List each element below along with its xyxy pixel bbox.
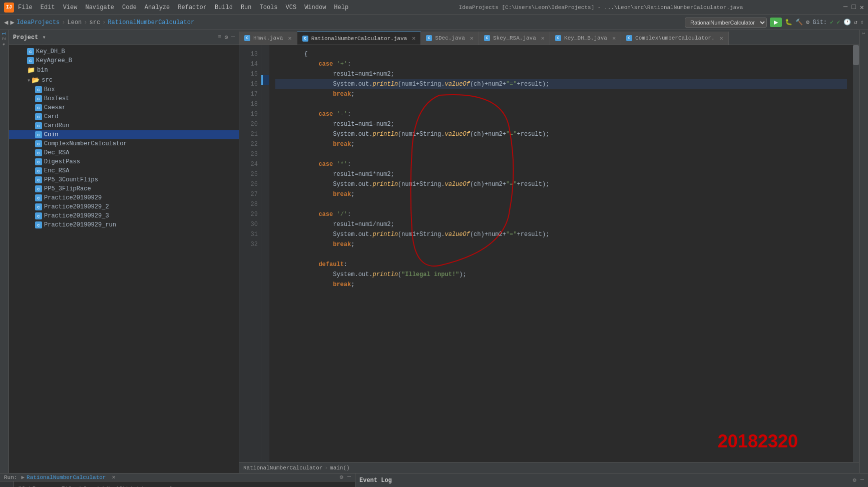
breadcrumb-class[interactable]: RationalNumberCalculator xyxy=(108,19,194,26)
code-line-28 xyxy=(275,199,847,209)
collapse-all-icon[interactable]: ≡ xyxy=(218,34,221,41)
run-play-button[interactable]: ▶ xyxy=(2,483,12,487)
git-push[interactable]: ⇧ xyxy=(860,19,864,26)
tab-skey-rsa[interactable]: C Skey_RSA.java ✕ xyxy=(479,32,550,45)
event-log-minimize-icon[interactable]: — xyxy=(860,476,864,484)
menu-edit[interactable]: Edit xyxy=(41,4,55,11)
tree-item-complexnumbercalculator[interactable]: C ComplexNumberCalculator xyxy=(9,139,239,148)
back-button[interactable]: ◀ xyxy=(4,18,8,27)
git-undo[interactable]: ↺ xyxy=(854,19,857,26)
tree-item-label: Card xyxy=(44,113,59,120)
tab-close-icon[interactable]: ✕ xyxy=(470,35,474,42)
debug-button[interactable]: 🐛 xyxy=(785,19,792,26)
tab-close-icon[interactable]: ✕ xyxy=(612,35,616,42)
tree-item-bin[interactable]: 📁 bin xyxy=(9,65,239,75)
git-check-1[interactable]: ✓ xyxy=(830,19,833,26)
tree-item-practice20190929-run[interactable]: C Practice20190929_run xyxy=(9,220,239,229)
tree-item-pp5-3fliprace[interactable]: C PP5_3FlipRace xyxy=(9,184,239,193)
breadcrumb-src[interactable]: src xyxy=(90,19,101,26)
close-run-icon[interactable]: ✕ xyxy=(112,473,115,481)
code-content[interactable]: { case '+': result=num1+num2; System.out… xyxy=(269,45,853,462)
tree-item-practice20190929[interactable]: C Practice20190929 xyxy=(9,193,239,202)
run-button[interactable]: ▶ xyxy=(770,18,782,27)
run-panel-controls: ▶ ⬛ ↻ ↓ 📷 ≡ 🖨 🗑 📌 xyxy=(0,481,14,487)
tree-item-cardrun[interactable]: C CardRun xyxy=(9,121,239,130)
git-check-2[interactable]: ✓ xyxy=(836,19,840,26)
favorites-icon[interactable]: ★ xyxy=(2,42,7,48)
tree-item-enc-rsa[interactable]: C Enc_RSA xyxy=(9,166,239,175)
code-line-35: System.out.println("Illegal input!"); xyxy=(275,270,847,280)
tree-item-boxtest[interactable]: C BoxTest xyxy=(9,94,239,103)
menu-navigate[interactable]: Navigate xyxy=(85,4,114,11)
breadcrumb-project[interactable]: IdeaProjects xyxy=(17,19,60,26)
tab-label: Key_DH_B.java xyxy=(564,35,607,41)
tree-item-label: Practice20190929_3 xyxy=(44,212,109,219)
minimize-panel-icon[interactable]: — xyxy=(231,34,235,41)
structure-icon[interactable]: 2 xyxy=(2,37,7,40)
tree-item-label: Practice20190929 xyxy=(44,194,102,201)
build-button[interactable]: 🔨 xyxy=(795,19,803,26)
run-config-select[interactable]: RationalNumberCalculator xyxy=(685,18,767,28)
tree-item-card[interactable]: C Card xyxy=(9,112,239,121)
menu-code[interactable]: Code xyxy=(122,4,137,11)
tree-item-keyagree-b[interactable]: C KeyAgree_B xyxy=(9,56,239,65)
tree-item-practice20190929-2[interactable]: C Practice20190929_2 xyxy=(9,202,239,211)
git-history[interactable]: 🕐 xyxy=(843,19,851,26)
tab-rationalnumbercalculator[interactable]: C RationalNumberCalculator.java ✕ xyxy=(297,32,421,45)
run-settings-icon[interactable]: ⚙ xyxy=(340,473,343,481)
menu-help[interactable]: Help xyxy=(334,4,348,11)
close-button[interactable]: ✕ xyxy=(860,3,864,12)
tree-item-pp5-3countflips[interactable]: C PP5_3CountFlips xyxy=(9,175,239,184)
tree-item-practice20190929-3[interactable]: C Practice20190929_3 xyxy=(9,211,239,220)
tab-hmwk[interactable]: C Hmwk.java ✕ xyxy=(239,32,297,45)
forward-button[interactable]: ▶ xyxy=(10,18,14,27)
nav-settings[interactable]: ⚙ xyxy=(806,19,809,26)
settings-icon[interactable]: ⚙ xyxy=(225,34,228,41)
code-line-27: break; xyxy=(275,189,847,199)
tree-item-src[interactable]: ▾ 📂 src xyxy=(9,75,239,85)
tree-item-label: ComplexNumberCalculator xyxy=(44,140,127,147)
tab-close-icon[interactable]: ✕ xyxy=(720,35,723,42)
menu-window[interactable]: Window xyxy=(304,4,326,11)
tree-item-label: Practice20190929_run xyxy=(44,221,116,228)
tree-item-label: PP5_3CountFlips xyxy=(44,176,98,183)
menu-analyze[interactable]: Analyze xyxy=(145,4,170,11)
tab-close-icon[interactable]: ✕ xyxy=(541,35,545,42)
minimize-button[interactable]: ─ xyxy=(843,3,847,12)
tree-item-key-dh-b[interactable]: C Key_DH_B xyxy=(9,47,239,56)
menu-build[interactable]: Build xyxy=(215,4,233,11)
tree-item-label: KeyAgree_B xyxy=(36,57,72,64)
breadcrumb-leon[interactable]: Leon xyxy=(68,19,82,26)
tab-sdec[interactable]: C SDec.java ✕ xyxy=(421,32,479,45)
vertical-scrollbar[interactable] xyxy=(853,45,859,462)
code-line-15: result=num1+num2; xyxy=(275,69,847,79)
project-icon[interactable]: 1 xyxy=(2,32,7,35)
tab-close-icon[interactable]: ✕ xyxy=(288,35,291,42)
menu-tools[interactable]: Tools xyxy=(260,4,278,11)
tree-item-box[interactable]: C Box xyxy=(9,85,239,94)
tree-item-dec-rsa[interactable]: C Dec_RSA xyxy=(9,148,239,157)
maximize-button[interactable]: □ xyxy=(851,3,855,12)
bottom-panel: Run: ▶ RationalNumberCalculator ✕ ⚙ — ▶ … xyxy=(0,473,868,487)
right-sidebar-1[interactable]: 1 xyxy=(861,32,866,35)
menu-vcs[interactable]: VCS xyxy=(286,4,297,11)
run-minimize-icon[interactable]: — xyxy=(347,473,351,481)
tree-item-coin[interactable]: C Coin xyxy=(9,130,239,139)
menu-bar: File Edit View Navigate Code Analyze Ref… xyxy=(18,4,348,11)
menu-file[interactable]: File xyxy=(18,4,33,11)
code-editor[interactable]: 1314151617 1819202122 2324252627 2829303… xyxy=(239,45,859,462)
nav-bar: ◀ ▶ IdeaProjects › Leon › src › Rational… xyxy=(0,15,868,30)
run-config-name[interactable]: RationalNumberCalculator xyxy=(27,474,106,480)
event-log-settings-icon[interactable]: ⚙ xyxy=(853,476,856,484)
menu-view[interactable]: View xyxy=(63,4,78,11)
panel-dropdown-icon[interactable]: ▾ xyxy=(42,34,46,41)
tree-item-digestpass[interactable]: C DigestPass xyxy=(9,157,239,166)
tab-close-icon[interactable]: ✕ xyxy=(412,35,415,42)
tree-item-caesar[interactable]: C Caesar xyxy=(9,103,239,112)
tab-key-dh-b[interactable]: C Key_DH_B.java ✕ xyxy=(550,32,621,45)
menu-refactor[interactable]: Refactor xyxy=(178,4,207,11)
tree-item-label: PP5_3FlipRace xyxy=(44,185,91,192)
tab-complexnumbercalculator[interactable]: C ComplexNumberCalculator. ✕ xyxy=(621,32,729,45)
tree-item-label: Coin xyxy=(44,131,59,138)
menu-run[interactable]: Run xyxy=(241,4,252,11)
